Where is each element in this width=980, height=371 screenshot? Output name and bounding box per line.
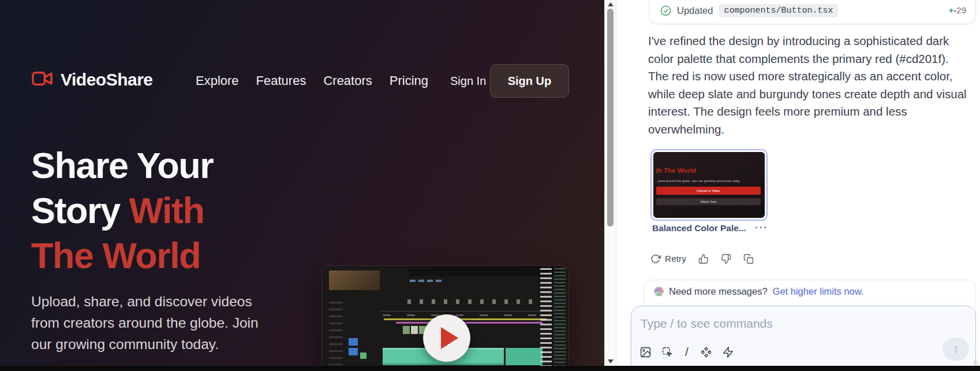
website-preview-pane: VideoShare Explore Features Creators Pri…	[0, 0, 604, 371]
slash-command-icon[interactable]: /	[683, 345, 690, 359]
artifact-preview: th The World ...deos around the globe. J…	[653, 152, 765, 218]
diff-count: 29	[956, 5, 966, 15]
editor-magenta-track-line	[396, 322, 543, 324]
brand-name: VideoShare	[61, 70, 153, 90]
brand-logo[interactable]: VideoShare	[31, 69, 153, 90]
hero-heading: Share YourStory WithThe World	[31, 143, 213, 278]
video-editor-thumbnail	[322, 266, 568, 371]
hero-subtitle: Upload, share, and discover videos from …	[31, 291, 259, 355]
hero-line1: Share Your	[31, 145, 213, 186]
vertical-scrollbar[interactable]	[604, 0, 616, 371]
editor-tool-column	[329, 302, 343, 365]
editor-source-monitor	[329, 270, 380, 290]
editor-code-column	[554, 268, 566, 369]
artifact-thumbnail[interactable]: th The World ...deos around the globe. J…	[650, 149, 768, 221]
scrollbar-down-arrow-icon[interactable]	[608, 359, 614, 363]
editor-teal-clip-right	[506, 348, 543, 365]
file-update-card[interactable]: Updated components/Button.tsx +-29	[649, 0, 976, 24]
updated-file-chip[interactable]: components/Button.tsx	[719, 4, 838, 17]
send-button[interactable]: ↑	[942, 337, 969, 361]
artifact-preview-secondary-button: Watch Now	[656, 198, 761, 205]
composer-toolbar: /	[639, 343, 734, 361]
element-select-icon[interactable]	[661, 346, 674, 358]
limits-row: Need more messages? Get higher limits no…	[654, 286, 863, 297]
editor-top-panel	[409, 266, 560, 276]
editor-green-clip	[360, 353, 366, 359]
sign-in-link[interactable]: Sign In	[450, 60, 486, 102]
screenshot-root: VideoShare Explore Features Creators Pri…	[0, 0, 980, 371]
hero-line3: The World	[31, 235, 200, 276]
update-action-label: Updated	[677, 5, 713, 16]
send-arrow-icon: ↑	[953, 342, 959, 356]
hero-line2-white: Story	[31, 190, 129, 231]
nav-link-features[interactable]: Features	[256, 73, 306, 88]
usage-pie-icon	[654, 287, 664, 296]
thumbs-up-button[interactable]	[698, 254, 709, 264]
scrollbar-up-arrow-icon[interactable]	[608, 2, 614, 6]
image-attach-icon[interactable]	[639, 346, 652, 358]
hero-line2-red: With	[129, 190, 204, 231]
diff-additions-sign: +	[949, 5, 954, 15]
editor-blue-clip-2	[349, 348, 358, 355]
thumbs-down-icon	[721, 254, 731, 264]
play-button[interactable]	[423, 314, 470, 362]
thumbs-up-icon	[698, 254, 709, 264]
site-nav: Explore Features Creators Pricing	[196, 60, 428, 102]
retry-label: Retry	[665, 254, 686, 264]
editor-transport-controls	[407, 299, 540, 304]
video-camera-icon	[31, 69, 54, 90]
chat-pane: Updated components/Button.tsx +-29 I've …	[617, 0, 980, 371]
check-circle-icon	[660, 5, 671, 16]
lightning-icon[interactable]	[722, 346, 734, 358]
chat-input[interactable]	[641, 314, 895, 333]
retry-button[interactable]: Retry	[650, 254, 686, 264]
retry-icon	[650, 254, 661, 264]
limits-text: Need more messages?	[669, 286, 768, 297]
thumbs-down-button[interactable]	[721, 254, 731, 264]
artifact-ellipsis-menu-icon[interactable]: ···	[755, 222, 768, 233]
artifact-preview-primary-button: Upload a Video	[656, 187, 761, 195]
copy-icon	[743, 254, 754, 264]
scrollbar-thumb[interactable]	[607, 9, 614, 227]
editor-timeline-ticks	[383, 314, 550, 316]
message-action-row: Retry	[650, 253, 754, 265]
nav-link-pricing[interactable]: Pricing	[390, 73, 428, 88]
nav-link-creators[interactable]: Creators	[323, 73, 372, 88]
editor-timeline-ruler	[380, 311, 553, 311]
artifact-preview-heading: th The World	[656, 167, 696, 174]
artifact-title[interactable]: Balanced Color Pale...	[652, 223, 746, 233]
chat-composer[interactable]: / ↑	[631, 306, 976, 371]
artifact-preview-subtitle: ...deos around the globe. Join our growi…	[656, 179, 761, 183]
editor-blue-clip-1	[349, 338, 358, 346]
diamonds-icon[interactable]	[700, 346, 712, 358]
bottom-edge-strip	[0, 366, 980, 371]
site-header: VideoShare Explore Features Creators Pri…	[0, 60, 604, 102]
nav-link-explore[interactable]: Explore	[196, 73, 239, 88]
editor-yellow-track-line	[384, 318, 547, 320]
copy-button[interactable]	[743, 254, 754, 264]
file-update-row: Updated components/Button.tsx	[660, 4, 838, 17]
get-higher-limits-link[interactable]: Get higher limits now.	[773, 286, 864, 297]
editor-minimap-strip	[540, 268, 552, 369]
play-icon	[441, 327, 458, 349]
editor-timecode	[410, 280, 444, 282]
sign-up-button[interactable]: Sign Up	[490, 64, 569, 98]
diff-stats: +-29	[949, 5, 966, 15]
window-resize-handle[interactable]	[973, 361, 979, 366]
assistant-message: I've refined the design by introducing a…	[648, 32, 980, 138]
